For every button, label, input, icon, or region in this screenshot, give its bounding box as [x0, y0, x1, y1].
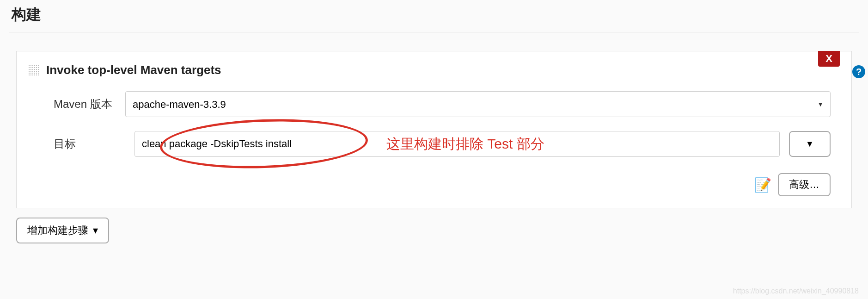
section-divider [9, 32, 859, 32]
card-title: Invoke top-level Maven targets [46, 63, 221, 77]
goals-row: 目标 ▼ 这里构建时排除 Test 部分 [54, 131, 840, 157]
maven-version-select-wrap: apache-maven-3.3.9 ▼ [125, 91, 831, 117]
advanced-row: 📝 高级… [28, 173, 831, 196]
add-build-step-label: 增加构建步骤 [27, 224, 88, 237]
maven-version-label: Maven 版本 [54, 97, 125, 112]
help-icon[interactable]: ? [852, 65, 865, 78]
build-step-card: X ? Invoke top-level Maven targets Maven… [16, 51, 852, 208]
close-button[interactable]: X [818, 51, 840, 67]
maven-version-select[interactable]: apache-maven-3.3.9 [125, 91, 831, 117]
notepad-icon: 📝 [754, 176, 771, 193]
drag-handle-icon[interactable] [28, 65, 39, 76]
goals-input[interactable] [134, 131, 780, 157]
goals-label: 目标 [54, 137, 125, 151]
add-build-step-button[interactable]: 增加构建步骤 ▾ [16, 218, 109, 243]
card-header: Invoke top-level Maven targets [28, 63, 840, 77]
chevron-down-icon: ▾ [93, 224, 98, 237]
expand-button[interactable]: ▼ [789, 131, 831, 157]
watermark: https://blog.csdn.net/weixin_40990818 [733, 287, 859, 295]
advanced-button[interactable]: 高级… [778, 173, 831, 196]
section-title: 构建 [0, 0, 868, 32]
maven-version-row: Maven 版本 apache-maven-3.3.9 ▼ [54, 91, 840, 117]
